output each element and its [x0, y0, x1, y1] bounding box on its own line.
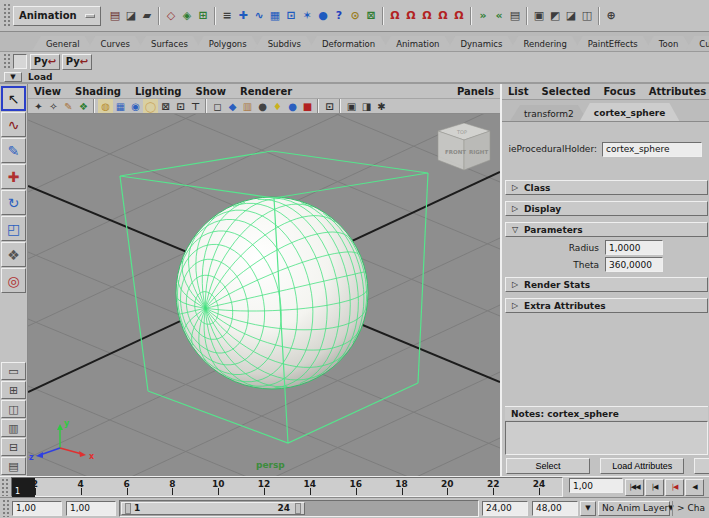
curve-snap-icon[interactable]: ∿: [251, 7, 267, 25]
section-render-stats[interactable]: ▷ Render Stats: [505, 277, 708, 292]
radius-field[interactable]: [605, 240, 663, 255]
selection-highlight-icon[interactable]: ⊡: [322, 99, 337, 113]
shelf-tab[interactable]: Rendering: [509, 36, 580, 51]
node-tab[interactable]: transform2: [510, 105, 588, 121]
shelf-menu-button[interactable]: ▼: [4, 72, 22, 82]
step-back-key-button[interactable]: |◀: [665, 479, 684, 496]
select-camera-icon[interactable]: ✦: [31, 99, 46, 113]
snap-to-view-planes-icon[interactable]: Ω: [435, 7, 451, 25]
animation-end-field[interactable]: [532, 501, 578, 516]
shelf-tab[interactable]: Custom: [685, 36, 709, 51]
rangebar-drag-handle[interactable]: [2, 499, 10, 517]
menu-focus[interactable]: Focus: [603, 86, 635, 97]
section-class[interactable]: ▷ Class: [505, 180, 708, 195]
shelf-tab[interactable]: Curves: [87, 36, 145, 51]
range-menu-button[interactable]: ▼: [580, 501, 596, 516]
shelf-tab[interactable]: Polygons: [195, 36, 261, 51]
statusline-drag-handle[interactable]: [3, 3, 11, 28]
shelf-tab[interactable]: Dynamics: [447, 36, 517, 51]
timeline-track[interactable]: 2 4 6 8 10 12 14 16 18 20: [11, 477, 563, 497]
use-all-lights-icon[interactable]: ♦: [270, 99, 285, 113]
panel-layout-a-icon[interactable]: ▣: [344, 99, 359, 113]
grid-surface-icon[interactable]: ▦: [267, 7, 283, 25]
node-tab[interactable]: cortex_sphere: [580, 103, 680, 121]
snap-to-curves-icon[interactable]: Ω: [403, 7, 419, 25]
playback-range-bar[interactable]: 1 24: [121, 502, 305, 515]
current-frame-marker[interactable]: 1: [12, 478, 35, 497]
render-current-frame-icon[interactable]: ◩: [547, 7, 563, 25]
make-live-icon[interactable]: ✚: [235, 7, 251, 25]
select-by-component-icon[interactable]: ⊞: [195, 7, 211, 25]
textured-mode-icon[interactable]: ◉: [128, 99, 143, 113]
animation-start-field[interactable]: [12, 501, 62, 516]
camera-attributes-icon[interactable]: ✧: [46, 99, 61, 113]
shelf-drag-handle[interactable]: [3, 53, 11, 70]
notes-field[interactable]: [505, 421, 708, 455]
layout-single-pane-icon[interactable]: ▭: [1, 362, 26, 380]
menu-shading[interactable]: Shading: [75, 86, 121, 97]
save-scene-icon[interactable]: ▰: [139, 7, 155, 25]
snap-to-mesh-icon[interactable]: Ω: [451, 7, 467, 25]
move-tool-icon[interactable]: ✚: [1, 164, 26, 189]
section-parameters[interactable]: ▽ Parameters: [505, 222, 708, 237]
menu-list[interactable]: List: [508, 86, 529, 97]
paint-bucket-icon[interactable]: ■: [300, 99, 315, 113]
select-tool-icon[interactable]: ↖: [1, 86, 26, 111]
menu-panels[interactable]: Panels: [457, 86, 494, 97]
render-settings-icon[interactable]: ◫: [579, 7, 595, 25]
playback-start-field[interactable]: [66, 501, 116, 516]
use-default-material-icon[interactable]: ●: [255, 99, 270, 113]
layout-two-pane-stacked-icon[interactable]: ⊟: [1, 438, 26, 456]
grease-pencil-icon[interactable]: ✎: [61, 99, 76, 113]
current-time-field[interactable]: [569, 478, 623, 493]
menu-set-selector[interactable]: Animation: [13, 6, 101, 26]
wireframe-cube-icon[interactable]: ◻: [210, 99, 225, 113]
menu-attributes[interactable]: Attributes: [649, 86, 706, 97]
layout-persp-outliner-icon[interactable]: ▥: [1, 419, 26, 437]
range-slider-track[interactable]: 1 24: [119, 500, 479, 517]
wireframe-mode-icon[interactable]: ◍: [98, 99, 113, 113]
help-icon[interactable]: ?: [331, 7, 347, 25]
scale-tool-icon[interactable]: ◰: [1, 216, 26, 241]
star-points-icon[interactable]: ✶: [299, 7, 315, 25]
section-display[interactable]: ▷ Display: [505, 201, 708, 216]
rotate-tool-icon[interactable]: ↻: [1, 190, 26, 215]
section-extra-attributes[interactable]: ▷ Extra Attributes: [505, 298, 708, 313]
shelf-tab[interactable]: Subdivs: [254, 36, 315, 51]
lock-icon[interactable]: ⊙: [347, 7, 363, 25]
copy-tab-button[interactable]: [694, 458, 709, 474]
lasso-select-tool-icon[interactable]: ∿: [1, 112, 26, 137]
shelf-tab[interactable]: Surfaces: [137, 36, 202, 51]
sphere-primitive-icon[interactable]: ●: [315, 7, 331, 25]
paint-select-tool-icon[interactable]: ✎: [1, 138, 26, 163]
render-view-icon[interactable]: ▣: [531, 7, 547, 25]
shaded-sphere-icon[interactable]: ●: [285, 99, 300, 113]
ipr-render-icon[interactable]: ◪: [563, 7, 579, 25]
playback-end-field[interactable]: [482, 501, 528, 516]
soft-modification-tool-icon[interactable]: ◎: [1, 268, 26, 293]
shelf-tab[interactable]: Deformation: [308, 36, 389, 51]
xray-mode-icon[interactable]: ✱: [374, 99, 389, 113]
timeslider-drag-handle[interactable]: [1, 478, 9, 496]
universal-manipulator-icon[interactable]: ❖: [1, 242, 26, 267]
step-back-frame-button[interactable]: |◀: [645, 479, 664, 496]
shaded-mode-icon[interactable]: ▦: [113, 99, 128, 113]
hud-text-icon[interactable]: ⊤: [188, 99, 203, 113]
menu-show[interactable]: Show: [196, 86, 226, 97]
snap-to-grids-icon[interactable]: Ω: [387, 7, 403, 25]
go-to-start-button[interactable]: |◀◀: [625, 479, 644, 496]
select-by-hierarchy-icon[interactable]: ◇: [163, 7, 179, 25]
anim-layer-dropdown[interactable]: No Anim Layer ▼: [598, 501, 670, 516]
smooth-shade-all-icon[interactable]: ◆: [225, 99, 240, 113]
menu-renderer[interactable]: Renderer: [240, 86, 292, 97]
default-lighting-icon[interactable]: ◯: [143, 99, 158, 113]
node-name-field[interactable]: [602, 142, 702, 157]
panel-layout-b-icon[interactable]: ◨: [359, 99, 374, 113]
viewport-3d[interactable]: FRONT RIGHT TOP y x z persp: [28, 114, 500, 476]
output-connections-icon[interactable]: «: [491, 7, 507, 25]
input-connections-icon[interactable]: »: [475, 7, 491, 25]
menu-view[interactable]: View: [34, 86, 61, 97]
shelf-tab[interactable]: Animation: [382, 36, 453, 51]
view-cube[interactable]: FRONT RIGHT TOP: [438, 123, 490, 170]
layout-two-pane-side-icon[interactable]: ◫: [1, 400, 26, 418]
